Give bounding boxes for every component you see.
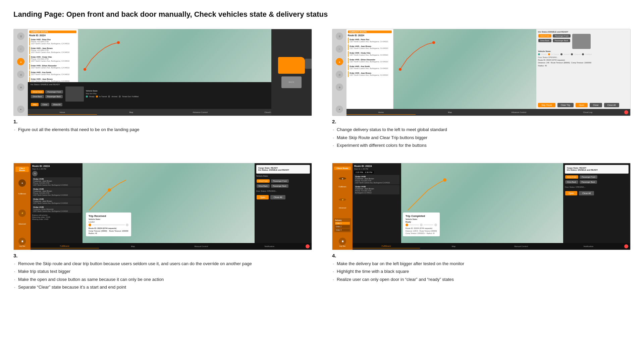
drive-back-btn-1[interactable]: Drive Back <box>31 95 44 98</box>
nav-notif-4[interactable]: Notification <box>555 244 622 248</box>
order-3-2-addr: 1327 North Canton Ave, Burlingame CA 940… <box>33 194 80 196</box>
pass-front-3[interactable]: Passenger Front <box>271 179 289 183</box>
main-content-4: Route ID: 20224 Start At: 1:35 PM 2:20 P… <box>353 163 630 250</box>
route-metrics-2: Distance: 148 Route Timeout: [99990] Com… <box>538 62 629 64</box>
cargo-title-4: Cargo State: READYIris Status: ENABLE an… <box>567 167 627 171</box>
skip-route-2[interactable]: Skip Route <box>538 103 555 107</box>
distance-4: Distance: 1295 ft <box>406 230 418 232</box>
pass-front-2[interactable]: Passenger Front <box>553 34 571 38</box>
close-btn-1[interactable]: Close <box>41 103 49 106</box>
pass-back-2[interactable]: Passenger Back <box>553 39 570 42</box>
nav-map-4[interactable]: Map <box>420 244 487 248</box>
route-header-3: Route ID: 20224 <box>32 165 81 167</box>
order-3-2: Order #445 Customer: Jean Brown Phone: #… <box>32 187 81 197</box>
order-addr-3: 1327 North Canton Ave, Burlingame, CA 94… <box>31 60 75 62</box>
passenger-front-btn-1[interactable]: Passenger Front <box>45 90 63 94</box>
state-bar-1: Ready In Transit Arrived Timed Out / Ful… <box>86 96 139 98</box>
open-2[interactable]: Open <box>576 103 588 107</box>
mock-ui-1: ☰ ⌂ ◈ ◎ ⚙ ● CURRENT ROUTE Route ID: 2022… <box>14 29 312 116</box>
clear-trip-2[interactable]: Clear Trip <box>557 103 574 107</box>
refresh-icon-3: ↻ <box>32 171 38 176</box>
nav-manual-3[interactable]: Manual Control <box>167 244 235 248</box>
close-2[interactable]: Close <box>590 103 602 107</box>
front-door-btns-2: Drive Front Passenger Front <box>538 34 571 38</box>
pass-back-3[interactable]: Passenger Back <box>271 184 288 188</box>
order-3: Order #445 - Cindy Chin Phone: #13:000-2… <box>29 55 76 63</box>
close-all-btn-3[interactable]: Close All <box>270 195 285 199</box>
open-btn-4[interactable]: Open <box>565 191 577 195</box>
nav-manual-4[interactable]: Manual Control <box>487 244 555 248</box>
route-detail-2: Route ID: 20224 (6744 requests) <box>538 59 629 61</box>
order-2-6: Order #445 - Jean Brown 1327 North Canto… <box>348 71 392 77</box>
note-3-2: Make trip status text bigger <box>13 267 312 276</box>
show-all-btn-1[interactable]: Show All <box>51 103 62 106</box>
vehicle-state-3: Loaded <box>89 221 128 223</box>
route-id-4: Route ID: 20224 (6744 requests) <box>406 227 437 229</box>
route-id-1: Route ID: 20224 <box>29 34 76 37</box>
skip-btn-1[interactable]: Skip <box>31 103 39 106</box>
left-panel-3: Route ID: 20224 Start At: 1:35 PM ↻ Orde… <box>31 163 83 243</box>
note-1-1: Figure out all the elements that need to… <box>13 126 312 134</box>
nav-home-2[interactable]: Home <box>346 110 416 115</box>
notes-list-2: Change delivery status to the left to me… <box>332 126 631 149</box>
nav-home-1[interactable]: Home <box>28 110 97 115</box>
front-buttons-1: Drive Front Passenger Front <box>31 90 63 94</box>
order-2-2: Order #445 - Jean Brown 1327 North Canto… <box>348 44 392 50</box>
vehicle-thumb-2 <box>572 34 591 49</box>
nav-map-3[interactable]: Map <box>99 244 167 248</box>
nav-cloud-2[interactable]: Cloud Log <box>553 110 623 114</box>
order-4-1: Order #445 Customer: Jean Brown Phone: #… <box>354 175 399 184</box>
nav-map-1[interactable]: Map <box>97 110 166 114</box>
order-4-1-addr: 1327 North Canton Ave, Burlingame CA 940… <box>355 182 398 184</box>
order-4-2: Order #445 Customer: Jean Brown Phone: #… <box>354 185 399 194</box>
content-area-2: CURRENT ROUTE Route ID: 20224 Order #445… <box>346 29 630 109</box>
pass-front-4[interactable]: Passenger Front <box>580 175 597 179</box>
close-all-2[interactable]: Close All <box>604 103 619 107</box>
state-line-4b <box>424 225 433 225</box>
route-list-1: CURRENT ROUTE Route ID: 20224 Order #445… <box>28 29 78 82</box>
bottom-controls-1: Drive Front Passenger Front Drive Back P… <box>31 86 309 102</box>
order-addr-2-4: 1327 North Canton Ave, Burlingame, CA 94… <box>350 61 391 63</box>
drive-front-btn-1[interactable]: Drive Front <box>31 90 44 94</box>
drive-front-4[interactable]: Drive Front <box>565 175 578 179</box>
vehicle-display-1: BACK <box>278 57 305 82</box>
delivery-item-3-4: Order 3 <box>335 229 350 231</box>
lbl-fulfilled-2: Fulfilled <box>585 53 592 55</box>
lbl-cleared-2: Cleared <box>574 53 581 55</box>
section-1: ☰ ⌂ ◈ ◎ ⚙ ● CURRENT ROUTE Route ID: 2022… <box>13 29 312 149</box>
lbl-transit-2: In Transit <box>551 53 559 55</box>
notes-list-3: Remove the Skip route and clear trip but… <box>13 260 312 291</box>
order-addr-2-1: 1327 North Canton Ave, Burlingame, CA 94… <box>350 41 391 43</box>
nav-notif-3[interactable]: Notification <box>235 244 304 248</box>
route-to-2: Route Timeout: [99990] <box>551 62 570 64</box>
close-all-btn-4[interactable]: Close All <box>579 191 594 195</box>
passenger-back-btn-1[interactable]: Passenger Back <box>45 95 63 98</box>
nav-advance-2[interactable]: Advance Control <box>484 110 553 114</box>
main-actions-3: Open Close All <box>256 195 310 200</box>
drive-back-3[interactable]: Drive Back <box>257 184 270 188</box>
note-4-1: Make the delivery bar on the left bigger… <box>332 260 631 268</box>
home-icon-2: ⌂ <box>336 45 343 53</box>
pass-back-4[interactable]: Passenger Back <box>580 180 597 184</box>
radius-4: Radius: 45 <box>427 232 435 234</box>
order-addr-2-3: 1327 North Canton Ave, Burlingame, CA 94… <box>350 54 391 56</box>
nav-advance-1[interactable]: Advance Control <box>166 110 235 114</box>
open-btn-3[interactable]: Open <box>257 195 269 199</box>
client-route-badge-3: Client Route <box>15 167 29 172</box>
time-highlight-4: 2:20 PM - 3:30 PM <box>354 171 374 174</box>
drive-back-2[interactable]: Drive Back <box>538 39 551 42</box>
screenshot-2: ☰ ⌂ ◈ ◎ ⚙ ● CURRENT ROUTE Route ID: 2022… <box>332 29 631 116</box>
drive-back-4[interactable]: Drive Back <box>565 180 578 184</box>
door-controls-2: Drive Front Passenger Front Drive Back P… <box>538 34 629 49</box>
nav-fulfillment-4[interactable]: Fulfillment <box>353 244 420 248</box>
route-id-2: Route ID: 20224 <box>348 34 392 37</box>
comp-to-2: Comp Timeout: 1000000 <box>571 62 591 64</box>
drive-front-3[interactable]: Drive Front <box>257 179 270 183</box>
cargo-panel-4: Cargo State: READYIris Status: ENABLE an… <box>563 163 630 243</box>
sidebar-1: ☰ ⌂ ◈ ◎ ⚙ ● <box>14 29 28 116</box>
main-action-btns-2: Skip Route Clear Trip Open Close Close A… <box>536 101 630 109</box>
nav-fulfillment-3[interactable]: Fulfillment <box>31 244 99 248</box>
drive-front-2[interactable]: Drive Front <box>538 34 551 38</box>
nav-map-2[interactable]: Map <box>416 110 485 114</box>
order-3-3: Order #445 Customer: Jean Brown 1327 Nor… <box>32 197 81 205</box>
